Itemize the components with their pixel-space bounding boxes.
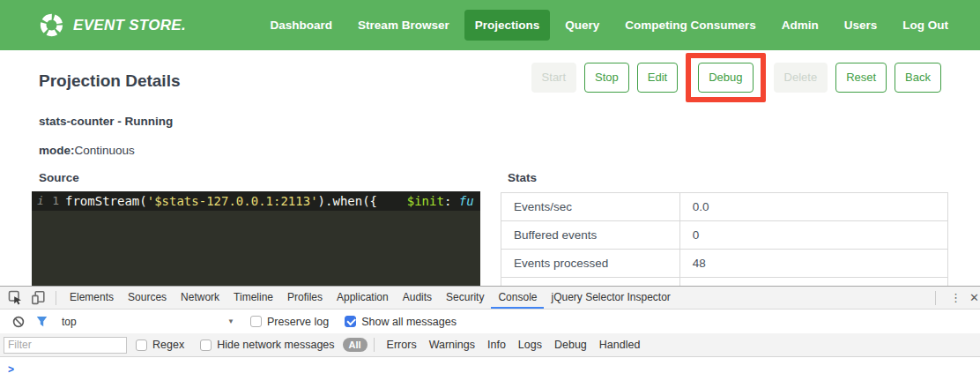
level-filter-logs[interactable]: Logs bbox=[512, 339, 548, 351]
level-filter-all-badge[interactable]: All bbox=[343, 338, 368, 352]
kebab-menu-icon[interactable]: ⋮ bbox=[942, 291, 969, 304]
nav-item-dashboard[interactable]: Dashboard bbox=[260, 10, 344, 41]
nav-item-admin[interactable]: Admin bbox=[771, 10, 829, 41]
chevron-down-icon: ▼ bbox=[227, 317, 234, 325]
tab-console[interactable]: Console bbox=[491, 287, 544, 309]
level-filter-info[interactable]: Info bbox=[481, 339, 512, 351]
console-output-area[interactable]: > bbox=[0, 357, 980, 388]
page-title: Projection Details bbox=[39, 71, 181, 91]
top-navbar: EVENT STORE. Dashboard Stream Browser Pr… bbox=[0, 0, 980, 50]
filter-funnel-icon[interactable] bbox=[30, 310, 53, 333]
stat-label: Events processed bbox=[501, 249, 680, 277]
nav-menu: Dashboard Stream Browser Projections Que… bbox=[260, 10, 959, 41]
projection-status: stats-counter - Running bbox=[0, 115, 980, 128]
level-filter-handled[interactable]: Handled bbox=[593, 339, 647, 351]
stat-value: 0 bbox=[679, 220, 947, 249]
level-filter-errors[interactable]: Errors bbox=[381, 339, 423, 351]
tab-elements[interactable]: Elements bbox=[63, 287, 121, 309]
divider bbox=[935, 291, 936, 305]
tab-security[interactable]: Security bbox=[439, 287, 491, 309]
nav-item-logout[interactable]: Log Out bbox=[892, 10, 959, 41]
code-line: i 1 fromStream('$stats-127.0.0.1:2113').… bbox=[32, 191, 480, 211]
level-filter-warnings[interactable]: Warnings bbox=[423, 339, 481, 351]
stop-button[interactable]: Stop bbox=[584, 63, 629, 93]
page-header: Projection Details Start Stop Edit Debug… bbox=[0, 50, 980, 93]
start-button[interactable]: Start bbox=[531, 63, 576, 93]
regex-checkbox[interactable] bbox=[136, 340, 147, 351]
inspect-element-icon[interactable] bbox=[4, 287, 26, 310]
nav-item-users[interactable]: Users bbox=[834, 10, 888, 41]
show-all-messages-label[interactable]: Show all messages bbox=[361, 316, 457, 328]
table-row: Events/sec 0.0 bbox=[501, 192, 948, 220]
stat-value bbox=[679, 277, 947, 286]
aperture-ring-icon bbox=[39, 12, 64, 38]
source-heading: Source bbox=[32, 171, 480, 184]
projection-actions: Start Stop Edit Debug Delete Reset Back bbox=[531, 63, 941, 93]
devtools-tabbar: Elements Sources Network Timeline Profil… bbox=[0, 287, 980, 310]
stat-label: Buffered events bbox=[501, 220, 680, 249]
tab-profiles[interactable]: Profiles bbox=[280, 287, 330, 309]
close-icon[interactable]: ✕ bbox=[969, 291, 980, 304]
gutter-info-annotation: i bbox=[37, 194, 44, 207]
table-row: Buffered events 0 bbox=[501, 220, 948, 249]
hide-network-messages-label[interactable]: Hide network messages bbox=[217, 339, 334, 351]
divider bbox=[374, 338, 375, 352]
source-section: Source i 1 fromStream('$stats-127.0.0.1:… bbox=[32, 171, 480, 286]
show-all-messages-checkbox[interactable] bbox=[345, 316, 356, 327]
table-row: Events processed 48 bbox=[501, 249, 948, 277]
filter-input[interactable] bbox=[4, 337, 127, 354]
delete-button[interactable]: Delete bbox=[774, 63, 828, 93]
tab-sources[interactable]: Sources bbox=[121, 287, 174, 309]
projection-mode: mode:Continuous bbox=[0, 144, 980, 157]
page-content: Projection Details Start Stop Edit Debug… bbox=[0, 50, 980, 286]
context-selector-value: top bbox=[62, 316, 77, 328]
tab-jquery-selector-inspector[interactable]: jQuery Selector Inspector bbox=[544, 287, 677, 309]
nav-item-competing-consumers[interactable]: Competing Consumers bbox=[614, 10, 767, 41]
tab-timeline[interactable]: Timeline bbox=[226, 287, 280, 309]
stat-value: 0.0 bbox=[679, 192, 947, 220]
debug-button[interactable]: Debug bbox=[698, 63, 753, 93]
back-button[interactable]: Back bbox=[895, 63, 941, 93]
edit-button[interactable]: Edit bbox=[637, 63, 678, 93]
devtools-window-controls: ⋮ ✕ bbox=[929, 291, 980, 305]
table-row bbox=[501, 277, 948, 286]
stats-section: Stats Events/sec 0.0 Buffered events 0 E… bbox=[501, 171, 948, 286]
stat-label: Events/sec bbox=[501, 192, 680, 220]
mode-value: Continuous bbox=[75, 144, 135, 157]
logo-text: EVENT STORE. bbox=[73, 17, 186, 34]
execution-context-selector[interactable]: top ▼ bbox=[62, 316, 234, 328]
nav-item-stream-browser[interactable]: Stream Browser bbox=[347, 10, 460, 41]
code-seg-keyword: fu bbox=[459, 194, 474, 208]
code-seg-space bbox=[377, 194, 407, 208]
stat-label bbox=[501, 277, 680, 286]
reset-button[interactable]: Reset bbox=[835, 63, 887, 93]
console-toolbar: top ▼ Preserve log Show all messages bbox=[0, 310, 980, 333]
nav-item-query[interactable]: Query bbox=[554, 10, 610, 41]
code-seg-string: '$stats-127.0.0.1:2113' bbox=[147, 194, 318, 208]
preserve-log-label[interactable]: Preserve log bbox=[267, 316, 329, 328]
code-text: fromStream('$stats-127.0.0.1:2113').when… bbox=[65, 194, 474, 208]
regex-label[interactable]: Regex bbox=[152, 339, 184, 351]
tab-audits[interactable]: Audits bbox=[396, 287, 439, 309]
mode-label: mode: bbox=[39, 144, 75, 157]
code-seg-entity: $init bbox=[407, 194, 444, 208]
details-columns: Source i 1 fromStream('$stats-127.0.0.1:… bbox=[0, 171, 980, 286]
source-code-editor[interactable]: i 1 fromStream('$stats-127.0.0.1:2113').… bbox=[32, 191, 480, 286]
console-filter-bar: Regex Hide network messages All Errors W… bbox=[0, 333, 980, 357]
tab-network[interactable]: Network bbox=[174, 287, 226, 309]
preserve-log-checkbox[interactable] bbox=[250, 316, 262, 327]
clear-console-icon[interactable] bbox=[7, 310, 30, 333]
tab-application[interactable]: Application bbox=[330, 287, 396, 309]
console-prompt-chevron-icon[interactable]: > bbox=[0, 357, 980, 376]
eventstore-logo[interactable]: EVENT STORE. bbox=[39, 12, 186, 38]
hide-network-messages-checkbox[interactable] bbox=[200, 340, 212, 351]
divider bbox=[56, 291, 56, 305]
stats-heading: Stats bbox=[501, 171, 948, 184]
device-toolbar-icon[interactable] bbox=[26, 287, 49, 310]
code-seg-plain: fromStream( bbox=[65, 194, 147, 208]
level-filter-debug[interactable]: Debug bbox=[548, 339, 593, 351]
editor-gutter: i 1 bbox=[32, 194, 65, 207]
line-number: 1 bbox=[52, 194, 59, 207]
stat-value: 48 bbox=[679, 249, 947, 277]
nav-item-projections[interactable]: Projections bbox=[464, 10, 551, 41]
